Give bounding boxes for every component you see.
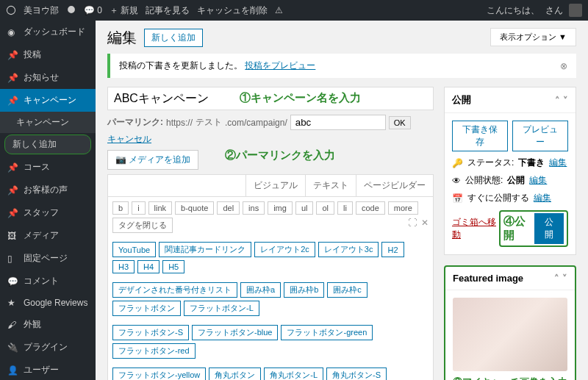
quicktag-button[interactable]: link [148, 201, 173, 215]
sidebar-dashboard[interactable]: ◉ダッシュボード [0, 21, 96, 43]
quicktag-button[interactable]: ins [243, 201, 265, 215]
quicktag-button[interactable]: ul [295, 201, 314, 215]
quicktag-button[interactable]: ol [316, 201, 334, 215]
refresh-icon[interactable] [66, 4, 76, 17]
notice-dismiss-icon[interactable]: ⊗ [560, 61, 567, 71]
edit-status-link[interactable]: 編集 [549, 157, 567, 169]
publish-box-title: 公開 [452, 93, 471, 107]
sidebar-notices[interactable]: 📌お知らせ [0, 66, 96, 89]
sidebar-voice[interactable]: 📌お客様の声 [0, 179, 96, 201]
publish-button[interactable]: 公開 [534, 213, 564, 244]
quicktag-button[interactable]: レイアウト3c [318, 242, 379, 257]
sidebar-appearance[interactable]: 🖌外観 [0, 313, 96, 336]
fullscreen-icon[interactable]: ⛶ [408, 218, 417, 233]
notice-preview-link[interactable]: 投稿をプレビュー [245, 60, 315, 72]
permalink-ok-button[interactable]: OK [389, 116, 411, 129]
page-icon: ▯ [7, 254, 18, 264]
quicktag-button[interactable]: フラットボタン-yellow [112, 368, 206, 380]
permalink-cancel-link[interactable]: キャンセル [107, 133, 151, 146]
view-link[interactable]: 記事を見る [146, 4, 190, 17]
quicktag-button[interactable]: 囲み枠a [240, 282, 281, 298]
sidebar-posts[interactable]: 📌投稿 [0, 43, 96, 66]
quicktag-button[interactable]: H2 [381, 242, 404, 257]
sidebar-media[interactable]: 🖾メディア [0, 224, 96, 247]
quicktag-button[interactable]: i [132, 201, 145, 215]
avatar-icon[interactable] [569, 4, 582, 17]
sidebar-pages[interactable]: ▯固定ページ [0, 247, 96, 270]
save-draft-button[interactable]: 下書き保存 [452, 121, 508, 151]
comment-icon: 💬 [7, 276, 18, 287]
clear-cache-link[interactable]: キャッシュを削除 [197, 4, 268, 17]
quicktag-button[interactable]: H3 [112, 260, 135, 273]
tab-visual[interactable]: ビジュアル [245, 175, 305, 196]
quicktag-button[interactable]: タグを閉じる [112, 218, 173, 233]
edit-schedule-link[interactable]: 編集 [534, 192, 551, 204]
tab-builder[interactable]: ページビルダー [356, 175, 433, 196]
chevron-down-icon[interactable]: ˅ [562, 273, 567, 284]
quicktag-button[interactable]: YouTube [112, 242, 156, 257]
calendar-icon: 📅 [452, 193, 463, 204]
featured-image-thumbnail[interactable] [453, 298, 567, 371]
comments-icon[interactable]: 💬 0 [84, 5, 102, 15]
quicktag-button[interactable]: 関連記事カードリンク [159, 242, 251, 257]
page-title: 編集 [107, 28, 137, 48]
sidebar-staff[interactable]: 📌スタッフ [0, 201, 96, 224]
quicktag-button[interactable]: more [388, 201, 418, 215]
quicktag-button[interactable]: b-quote [175, 201, 214, 215]
permalink-row: パーマリンク: https:// テスト .com/campaign/ OK キ… [107, 115, 434, 146]
quicktag-button[interactable]: H5 [162, 260, 184, 273]
quicktags-row5: フラットボタン-yellow角丸ボタン角丸ボタン-L角丸ボタン-Sラウンドボタン [108, 363, 433, 380]
warning-icon[interactable]: ⚠ [275, 5, 283, 15]
quicktag-button[interactable]: H4 [137, 260, 159, 273]
screen-options-toggle[interactable]: 表示オプション ▼ [490, 28, 576, 46]
quicktag-button[interactable]: レイアウト2c [254, 242, 315, 257]
permalink-slug-input[interactable] [290, 115, 386, 130]
quicktag-button[interactable]: 囲み枠b [284, 282, 324, 298]
quicktag-button[interactable]: フラットボタン-blue [192, 325, 278, 340]
quicktag-button[interactable]: 角丸ボタン-L [264, 368, 323, 380]
sidebar-plugins[interactable]: 🔌プラグイン [0, 336, 96, 359]
sidebar-course[interactable]: 📌コース [0, 156, 96, 179]
chevron-up-icon[interactable]: ˄ [554, 273, 559, 284]
quicktag-button[interactable]: img [268, 201, 293, 215]
site-link[interactable]: 美ヨウ部 [24, 4, 59, 17]
dashboard-icon: ◉ [7, 27, 18, 37]
quicktag-button[interactable]: フラットボタン-L [184, 301, 259, 316]
brush-icon: 🖌 [7, 320, 18, 330]
quicktag-button[interactable]: 角丸ボタン [209, 368, 261, 380]
sidebar-google-reviews[interactable]: ★Google Reviews [0, 293, 96, 313]
featured-box-title: Featured image [453, 273, 523, 284]
quicktag-button[interactable]: フラットボタン-S [112, 325, 189, 340]
quicktag-button[interactable]: フラットボタン-red [112, 343, 196, 359]
plugin-icon: 🔌 [7, 343, 18, 353]
move-to-trash-link[interactable]: ゴミ箱へ移動 [452, 216, 499, 241]
add-media-button[interactable]: 📷 メディアを追加 [107, 150, 198, 170]
tab-text[interactable]: テキスト [305, 175, 356, 196]
add-new-button[interactable]: 新しく追加 [144, 29, 203, 47]
edit-visibility-link[interactable]: 編集 [529, 174, 547, 187]
quicktag-button[interactable]: 囲み枠c [327, 282, 368, 298]
quicktag-button[interactable]: 角丸ボタン-S [326, 368, 387, 380]
quicktag-button[interactable]: デザインされた番号付きリスト [112, 282, 237, 298]
quicktag-button[interactable]: フラットボタン [112, 301, 181, 316]
close-icon[interactable]: ✕ [421, 218, 429, 233]
quicktag-button[interactable]: code [356, 201, 385, 215]
user-icon: 👤 [7, 365, 18, 376]
quicktag-button[interactable]: del [217, 201, 240, 215]
sidebar-campaign-add[interactable]: 新しく追加 [4, 135, 91, 154]
preview-button[interactable]: プレビュー [512, 121, 568, 151]
sidebar-comments[interactable]: 💬コメント [0, 270, 96, 293]
quicktag-button[interactable]: li [337, 201, 353, 215]
admin-sidebar: ◉ダッシュボード 📌投稿 📌お知らせ 📌キャンペーン キャンペーン 新しく追加 … [0, 21, 96, 380]
sidebar-campaign-list[interactable]: キャンペーン [0, 112, 96, 133]
main-content: 表示オプション ▼ 編集 新しく追加 投稿の下書きを更新しました。 投稿をプレビ… [96, 21, 588, 380]
quicktag-button[interactable]: フラットボタン-green [281, 325, 373, 340]
quicktag-button[interactable]: b [112, 201, 129, 215]
wp-logo-icon[interactable] [6, 5, 16, 15]
new-link[interactable]: ＋ 新規 [110, 4, 138, 17]
sidebar-campaign[interactable]: 📌キャンペーン [0, 89, 96, 112]
chevron-down-icon[interactable]: ˅ [563, 95, 568, 106]
pin-icon: 📌 [7, 185, 18, 196]
chevron-up-icon[interactable]: ˄ [555, 95, 560, 106]
sidebar-users[interactable]: 👤ユーザー [0, 359, 96, 380]
